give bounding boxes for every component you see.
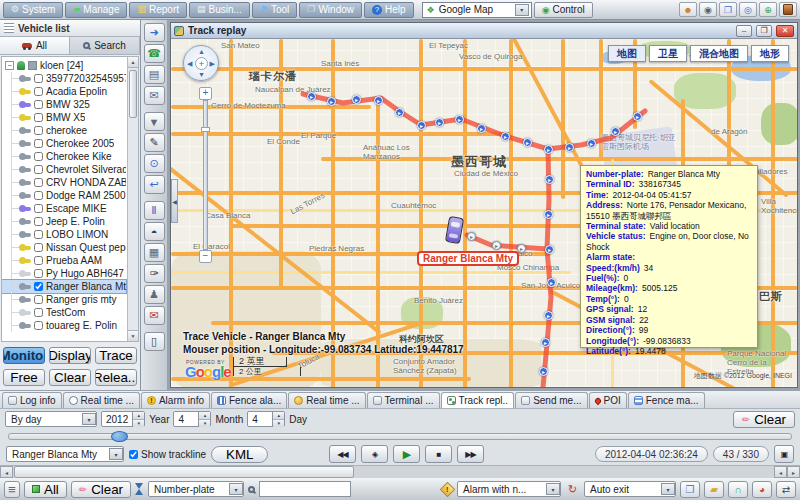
pie-chart-icon[interactable]: ◕ bbox=[752, 481, 772, 498]
pause-button[interactable]: Ⅱ bbox=[144, 201, 165, 220]
tab-real-time-track[interactable]: Real time ... bbox=[63, 392, 140, 408]
kml-button[interactable]: KML bbox=[211, 446, 268, 463]
tab-terminal[interactable]: Terminal ... bbox=[367, 392, 440, 408]
edit-doc-button[interactable]: ✑ bbox=[144, 264, 165, 283]
waypoint-marker[interactable] bbox=[544, 210, 553, 219]
auto-exit-select[interactable]: Auto exit▾ bbox=[584, 481, 676, 497]
folder-icon[interactable]: ▰ bbox=[704, 481, 724, 498]
step-button[interactable]: ◈ bbox=[361, 445, 388, 463]
vehicle-row[interactable]: Cherokee 2005 bbox=[2, 137, 126, 150]
vehicle-row[interactable]: BMW 325 bbox=[2, 98, 126, 111]
scroll-down-icon[interactable]: ▼ bbox=[128, 330, 138, 341]
menu-window[interactable]: ❐Window bbox=[299, 2, 362, 18]
scroll-thumb[interactable] bbox=[14, 466, 354, 478]
stop-button[interactable]: ■ bbox=[425, 445, 452, 463]
pan-center-icon[interactable]: + bbox=[195, 57, 208, 70]
tab-track-replay[interactable]: Track repl.. bbox=[441, 392, 515, 408]
waypoint-marker[interactable] bbox=[587, 139, 596, 148]
horizontal-scrollbar[interactable]: ◂ ◂ ▸ bbox=[0, 465, 800, 478]
map-provider-select[interactable]: ❖ Google Map ▾ bbox=[422, 2, 532, 18]
menu-tool[interactable]: ⚑Tool bbox=[252, 2, 297, 18]
collapse-icon[interactable]: − bbox=[5, 61, 14, 70]
tab-fence-manage[interactable]: Fence ma... bbox=[628, 392, 705, 408]
chart-icon[interactable]: ∩ bbox=[728, 481, 748, 498]
message-button[interactable]: ✉ bbox=[144, 86, 165, 105]
vehicle-row[interactable]: touareg E. Polin bbox=[2, 319, 126, 332]
waypoint-marker[interactable] bbox=[307, 92, 316, 101]
vehicle-checkbox[interactable] bbox=[34, 256, 43, 265]
monitor-button[interactable]: Monitor bbox=[3, 347, 45, 364]
vehicle-row[interactable]: LOBO LIMON bbox=[2, 228, 126, 241]
map-type-hybrid[interactable]: 混合地图 bbox=[690, 45, 748, 62]
vehicle-checkbox[interactable] bbox=[34, 100, 43, 109]
tab-log-info[interactable]: Log info bbox=[2, 392, 62, 408]
zoom-out-button[interactable]: − bbox=[199, 250, 212, 263]
vehicle-checkbox[interactable] bbox=[34, 269, 43, 278]
menu-help[interactable]: ?Help bbox=[364, 2, 414, 18]
send-route-button[interactable]: ➜ bbox=[144, 23, 165, 42]
vehicle-checkbox[interactable] bbox=[34, 308, 43, 317]
pan-up-icon[interactable]: ▲ bbox=[198, 48, 205, 55]
expand-button[interactable]: ▣ bbox=[774, 445, 794, 463]
vehicle-checkbox[interactable] bbox=[34, 191, 43, 200]
map-pan-control[interactable]: ▲ ◀ ▶ ▼ + bbox=[183, 45, 219, 81]
display-button[interactable]: Display bbox=[49, 347, 91, 364]
vehicle-checkbox[interactable] bbox=[34, 230, 43, 239]
pan-right-icon[interactable]: ▶ bbox=[210, 60, 215, 67]
waypoint-marker[interactable] bbox=[541, 338, 550, 347]
waypoint-marker[interactable] bbox=[517, 244, 526, 253]
scroll-up-icon[interactable]: ▲ bbox=[128, 57, 138, 68]
user-status-button[interactable]: ♟ bbox=[144, 285, 165, 304]
search-input[interactable] bbox=[259, 481, 351, 497]
menu-report[interactable]: ▥Report bbox=[129, 2, 187, 18]
waypoint-marker[interactable] bbox=[523, 138, 532, 147]
waypoint-marker[interactable] bbox=[565, 143, 574, 152]
vehicle-row[interactable]: BMW X5 bbox=[2, 111, 126, 124]
spin-down-icon[interactable]: ▾ bbox=[199, 420, 210, 427]
vehicle-row-selected[interactable]: Ranger Blanca Mty bbox=[2, 280, 126, 293]
mail-status-button[interactable]: ✉ bbox=[144, 306, 165, 325]
filter-field-select[interactable]: Number-plate▾ bbox=[148, 481, 244, 497]
waypoint-marker[interactable] bbox=[501, 132, 510, 141]
vehicle-row[interactable]: 359772032545957 bbox=[2, 72, 126, 85]
vehicle-row[interactable]: TestCom bbox=[2, 306, 126, 319]
tree-scrollbar[interactable]: ▲ ▼ bbox=[127, 57, 138, 341]
waypoint-marker[interactable] bbox=[467, 232, 476, 241]
restore-button[interactable]: ❐ bbox=[756, 25, 772, 37]
spin-up-icon[interactable]: ▴ bbox=[133, 412, 144, 420]
mode-select[interactable]: By day▾ bbox=[5, 411, 97, 427]
scroll-thumb[interactable] bbox=[129, 70, 137, 118]
map-canvas[interactable]: San Mateo 瑙卡尔潘 Naucalpan de Juárez Cerro… bbox=[171, 39, 797, 387]
tab-send-message[interactable]: Send me... bbox=[515, 392, 587, 408]
tab-search[interactable]: Search bbox=[70, 37, 140, 54]
month-spinner[interactable]: 4▴▾ bbox=[173, 411, 211, 427]
track-replay-titlebar[interactable]: Track replay – ❐ ✕ bbox=[171, 23, 797, 39]
vehicle-row[interactable]: Acadia Epolin bbox=[2, 85, 126, 98]
menu-manage[interactable]: ▰Manage bbox=[65, 2, 127, 18]
day-spinner[interactable]: 4▴▾ bbox=[247, 411, 285, 427]
vehicle-checkbox[interactable] bbox=[34, 74, 43, 83]
clear-track-button[interactable]: ✏Clear bbox=[733, 411, 795, 428]
menu-business[interactable]: ▤Busin... bbox=[189, 2, 250, 18]
chevron-down-icon[interactable]: ▾ bbox=[661, 483, 675, 495]
handset-button[interactable]: ▯ bbox=[144, 332, 165, 351]
zoom-track[interactable] bbox=[203, 100, 208, 250]
clear-button[interactable]: Clear bbox=[49, 369, 91, 386]
waypoint-marker[interactable] bbox=[327, 97, 336, 106]
vehicle-checkbox[interactable] bbox=[34, 113, 43, 122]
vehicle-checkbox[interactable] bbox=[34, 165, 43, 174]
tab-all[interactable]: All bbox=[0, 37, 70, 54]
waypoint-marker[interactable] bbox=[477, 124, 486, 133]
pan-left-icon[interactable]: ◀ bbox=[187, 60, 192, 67]
spin-up-icon[interactable]: ▴ bbox=[273, 412, 284, 420]
progress-slider[interactable] bbox=[8, 433, 792, 440]
vehicle-row[interactable]: Chevrolet Silverado bbox=[2, 163, 126, 176]
scroll-right-icon[interactable]: ▸ bbox=[787, 466, 800, 478]
user-icon[interactable]: ☻ bbox=[679, 2, 697, 17]
switch-screen-icon[interactable]: ⇄ bbox=[776, 481, 796, 498]
globe-icon[interactable]: ⊕ bbox=[759, 2, 777, 17]
minimize-button[interactable]: – bbox=[736, 25, 752, 37]
waypoint-marker[interactable] bbox=[544, 145, 553, 154]
power-button[interactable]: ⊙ bbox=[144, 154, 165, 173]
waypoint-marker[interactable] bbox=[352, 95, 361, 104]
